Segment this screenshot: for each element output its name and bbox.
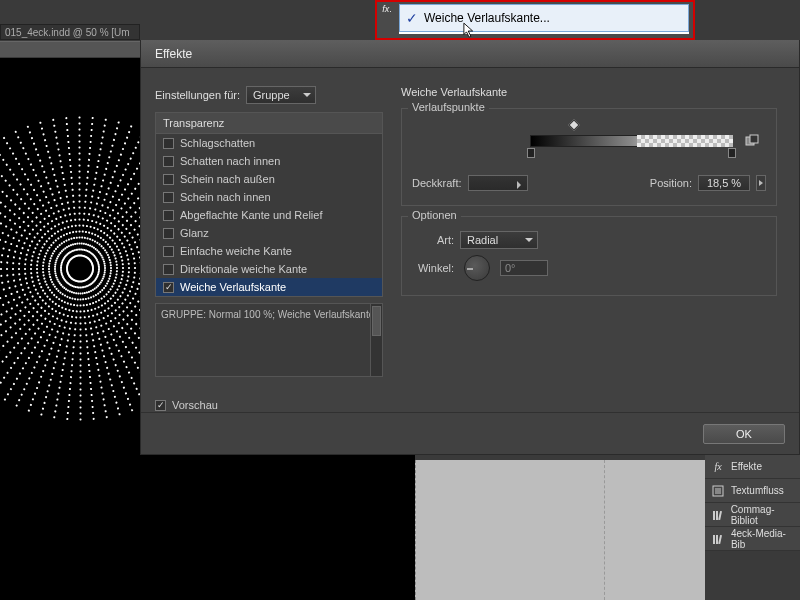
dialog-title-bar[interactable]: Effekte (141, 40, 799, 68)
gradient-stop-left[interactable] (527, 148, 535, 158)
type-select[interactable]: Radial (460, 231, 538, 249)
settings-for-label: Einstellungen für: (155, 89, 240, 101)
opacity-label: Deckkraft: (412, 177, 462, 189)
checkbox[interactable] (163, 264, 174, 275)
fx-menu-item-label: Weiche Verlaufskante... (424, 11, 550, 25)
settings-for-select[interactable]: Gruppe (246, 86, 316, 104)
dialog-right-column: Weiche Verlaufskante Verlaufspunkte (401, 80, 785, 411)
gradient-stops-legend: Verlaufspunkte (408, 101, 489, 113)
gradient-stops-group: Verlaufspunkte Deckkraft: (401, 108, 777, 206)
effect-item[interactable]: Abgeflachte Kante und Relief (156, 206, 382, 224)
fx-dropdown-menu: ✓ Weiche Verlaufskante... (399, 4, 689, 34)
effect-label: Schatten nach innen (180, 155, 280, 167)
document-tab-label: 015_4eck.indd @ 50 % [Um (5, 27, 130, 38)
document-tab[interactable]: 015_4eck.indd @ 50 % [Um (0, 24, 140, 40)
panel-label: Commag-Bibliot (731, 504, 800, 526)
svg-rect-6 (713, 511, 715, 520)
panel-label: Textumfluss (731, 485, 784, 496)
gradient-midpoint-icon[interactable] (568, 119, 579, 130)
preview-checkbox[interactable] (155, 400, 166, 411)
chevron-right-icon (758, 180, 764, 186)
effect-item[interactable]: Schein nach innen (156, 188, 382, 206)
checkbox-checked[interactable] (163, 282, 174, 293)
panel-label: 4eck-Media-Bib (731, 528, 800, 550)
options-legend: Optionen (408, 209, 461, 221)
effects-summary: GRUPPE: Normal 100 %; Weiche Verlaufskan… (155, 303, 383, 377)
checkbox[interactable] (163, 210, 174, 221)
panel-tab-effekte[interactable]: fx Effekte (705, 455, 800, 479)
svg-rect-8 (718, 510, 722, 519)
textwrap-icon (711, 484, 725, 498)
panel-tab-commag-bibliothek[interactable]: Commag-Bibliot (705, 503, 800, 527)
fx-dropdown-callout: fx. ✓ Weiche Verlaufskante... (375, 0, 695, 40)
checkbox[interactable] (163, 246, 174, 257)
dialog-footer: OK (141, 412, 799, 454)
svg-rect-10 (716, 535, 718, 544)
angle-label: Winkel: (412, 262, 454, 274)
right-section-title: Weiche Verlaufskante (401, 86, 777, 98)
dialog-left-column: Einstellungen für: Gruppe Transparenz Sc… (155, 80, 383, 411)
page-area (415, 460, 705, 600)
preview-label: Vorschau (172, 399, 218, 411)
angle-field[interactable]: 0° (500, 260, 548, 276)
angle-dial[interactable] (464, 255, 490, 281)
effect-label: Schlagschatten (180, 137, 255, 149)
svg-rect-1 (750, 135, 758, 143)
gradient-transparency-icon (637, 135, 733, 147)
checkbox[interactable] (163, 156, 174, 167)
position-stepper[interactable] (756, 175, 766, 191)
effect-label: Schein nach außen (180, 173, 275, 185)
svg-rect-9 (713, 535, 715, 544)
checkbox[interactable] (163, 174, 174, 185)
horizontal-ruler (0, 41, 140, 57)
effect-item[interactable]: Schein nach außen (156, 170, 382, 188)
checkbox[interactable] (163, 228, 174, 239)
checkbox[interactable] (163, 138, 174, 149)
effects-list-header[interactable]: Transparenz (156, 113, 382, 134)
dialog-title: Effekte (155, 47, 192, 61)
checkbox[interactable] (163, 192, 174, 203)
reverse-gradient-icon[interactable] (744, 133, 760, 149)
library-icon (711, 508, 725, 522)
fx-menu-item-weiche-verlaufskante[interactable]: ✓ Weiche Verlaufskante... (399, 4, 689, 32)
panel-label: Effekte (731, 461, 762, 472)
position-field[interactable]: 18,5 % (698, 175, 750, 191)
library-icon (711, 532, 725, 546)
effect-label: Glanz (180, 227, 209, 239)
ok-button[interactable]: OK (703, 424, 785, 444)
panel-tab-4eck-media-bibliothek[interactable]: 4eck-Media-Bib (705, 527, 800, 551)
svg-rect-7 (716, 511, 718, 520)
effects-dialog: Effekte Einstellungen für: Gruppe Transp… (140, 40, 800, 455)
type-label: Art: (412, 234, 454, 246)
check-icon: ✓ (400, 10, 424, 26)
effect-item[interactable]: Schlagschatten (156, 134, 382, 152)
effect-item[interactable]: Schatten nach innen (156, 152, 382, 170)
scrollbar[interactable] (370, 304, 382, 376)
effect-item[interactable]: Glanz (156, 224, 382, 242)
svg-rect-11 (718, 534, 722, 543)
effect-item[interactable]: Direktionale weiche Kante (156, 260, 382, 278)
effects-list: Transparenz Schlagschatten Schatten nach… (155, 112, 383, 297)
options-group: Optionen Art: Radial Winkel: 0° (401, 216, 777, 296)
fx-icon: fx (711, 460, 725, 474)
effect-label: Schein nach innen (180, 191, 271, 203)
fx-icon[interactable]: fx. (377, 4, 397, 18)
position-label: Position: (650, 177, 692, 189)
summary-text: GRUPPE: Normal 100 %; Weiche Verlaufskan… (161, 309, 374, 320)
app-root: 015_4eck.indd @ 50 % [Um fx. ✓ Weiche Ve… (0, 0, 800, 600)
effect-label: Einfache weiche Kante (180, 245, 292, 257)
gradient-editor[interactable] (412, 121, 766, 169)
effect-label: Weiche Verlaufskante (180, 281, 286, 293)
gradient-stop-right[interactable] (728, 148, 736, 158)
panel-tab-textumfluss[interactable]: Textumfluss (705, 479, 800, 503)
type-value: Radial (467, 234, 498, 246)
effect-label: Direktionale weiche Kante (180, 263, 307, 275)
settings-for-value: Gruppe (253, 89, 290, 101)
effect-item-selected[interactable]: Weiche Verlaufskante (156, 278, 382, 296)
right-side-panels: fx Effekte Textumfluss Commag-Bibliot 4e… (705, 455, 800, 551)
scrollbar-thumb[interactable] (372, 306, 381, 336)
effect-item[interactable]: Einfache weiche Kante (156, 242, 382, 260)
effect-label: Abgeflachte Kante und Relief (180, 209, 323, 221)
opacity-slider[interactable] (468, 175, 528, 191)
